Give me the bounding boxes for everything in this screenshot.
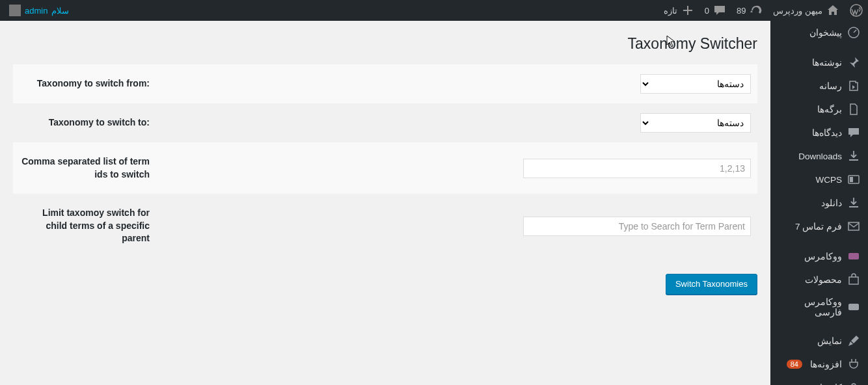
- sidebar-item-products[interactable]: محصولات: [770, 268, 868, 291]
- woo-fa-icon: [847, 300, 860, 313]
- admin-sidebar: پیشخوان نوشته‌ها رسانه برگه‌ها دیدگاه‌ها…: [770, 21, 868, 321]
- field-label-parent: Limit taxomoy switch for child terms of …: [13, 194, 150, 258]
- sidebar-item-label: ووکامرس فارسی: [778, 297, 842, 317]
- media-icon: [847, 79, 860, 92]
- select-taxonomy-to[interactable]: دسته‌ها: [640, 113, 751, 133]
- field-label-to: Taxonomy to switch to:: [13, 103, 150, 142]
- page-title: Taxonomy Switcher: [13, 27, 757, 64]
- sidebar-item-label: محصولات: [805, 274, 842, 285]
- sidebar-item-label: نوشته‌ها: [812, 57, 842, 68]
- sidebar-item-label: دانلود: [821, 198, 842, 208]
- svg-rect-5: [848, 253, 859, 259]
- svg-rect-6: [849, 277, 858, 284]
- input-term-parent[interactable]: [523, 217, 751, 236]
- site-link[interactable]: میهن وردپرس: [768, 0, 845, 21]
- sidebar-item-label: دیدگاه‌ها: [812, 127, 842, 138]
- avatar: [9, 5, 21, 16]
- page-icon: [847, 103, 860, 116]
- sidebar-item-comments[interactable]: دیدگاه‌ها: [770, 121, 868, 144]
- svg-rect-3: [850, 177, 853, 182]
- sidebar-item-label: پیشخوان: [809, 27, 842, 38]
- select-taxonomy-from[interactable]: دسته‌ها: [640, 74, 751, 94]
- settings-form: Taxonomy to switch from: دسته‌ها Taxonom…: [13, 64, 757, 258]
- sidebar-item-label: فرم تماس 7: [795, 221, 842, 232]
- comments2-icon: [847, 126, 860, 139]
- sidebar-item-contact7[interactable]: فرم تماس 7: [770, 215, 868, 238]
- user-greeting[interactable]: سلام admin: [0, 0, 74, 21]
- field-label-from: Taxonomy to switch from:: [13, 64, 150, 103]
- sidebar-item-label: ووکامرس: [804, 251, 842, 261]
- wp-logo[interactable]: [845, 0, 868, 21]
- download-icon: [847, 150, 860, 163]
- admin-topbar: میهن وردپرس 89 0 تازه سلام admin: [0, 0, 868, 21]
- home-icon: [826, 4, 839, 17]
- new-label: تازه: [664, 6, 677, 16]
- sidebar-item-label: رسانه: [819, 81, 842, 91]
- sidebar-item-downloads[interactable]: Downloads: [770, 144, 868, 168]
- comments-count: 0: [705, 6, 709, 16]
- products-icon: [847, 273, 860, 286]
- sidebar-item-dashboard[interactable]: پیشخوان: [770, 21, 868, 44]
- field-label-ids: Comma separated list of term ids to swit…: [13, 142, 150, 194]
- new-content-link[interactable]: تازه: [658, 0, 699, 21]
- mail-icon: [847, 220, 860, 233]
- svg-rect-7: [848, 304, 859, 310]
- sidebar-item-pages[interactable]: برگه‌ها: [770, 98, 868, 121]
- site-name: میهن وردپرس: [773, 6, 822, 16]
- sidebar-item-label: WCPS: [816, 175, 843, 185]
- dashboard-icon: [847, 26, 860, 39]
- download2-icon: [847, 196, 860, 209]
- updates-link[interactable]: 89: [731, 0, 768, 21]
- grid-icon: [847, 173, 860, 186]
- plus-icon: [681, 4, 694, 17]
- submit-row: Switch Taxonomies: [13, 258, 757, 295]
- sidebar-item-posts[interactable]: نوشته‌ها: [770, 51, 868, 74]
- user-name: admin: [25, 6, 47, 16]
- sidebar-item-download-fa[interactable]: دانلود: [770, 191, 868, 215]
- input-term-ids[interactable]: [523, 159, 751, 178]
- wordpress-icon: [850, 4, 863, 17]
- sidebar-item-woocommerce-fa[interactable]: ووکامرس فارسی: [770, 291, 868, 321]
- sidebar-item-woocommerce[interactable]: ووکامرس: [770, 245, 868, 268]
- sidebar-item-label: Downloads: [798, 152, 842, 161]
- comments-link[interactable]: 0: [699, 0, 731, 21]
- woo-icon: [847, 250, 860, 263]
- pin-icon: [847, 56, 860, 69]
- svg-rect-4: [848, 222, 859, 230]
- greeting-text: سلام: [51, 6, 69, 16]
- sidebar-item-media[interactable]: رسانه: [770, 74, 868, 98]
- comment-icon: [713, 4, 726, 17]
- switch-taxonomies-button[interactable]: Switch Taxonomies: [666, 274, 757, 295]
- sidebar-item-label: برگه‌ها: [817, 104, 842, 114]
- refresh-icon: [750, 4, 763, 17]
- sidebar-item-wcps[interactable]: WCPS: [770, 168, 868, 191]
- updates-count: 89: [737, 6, 746, 16]
- main-content: Taxonomy Switcher Taxonomy to switch fro…: [0, 21, 770, 321]
